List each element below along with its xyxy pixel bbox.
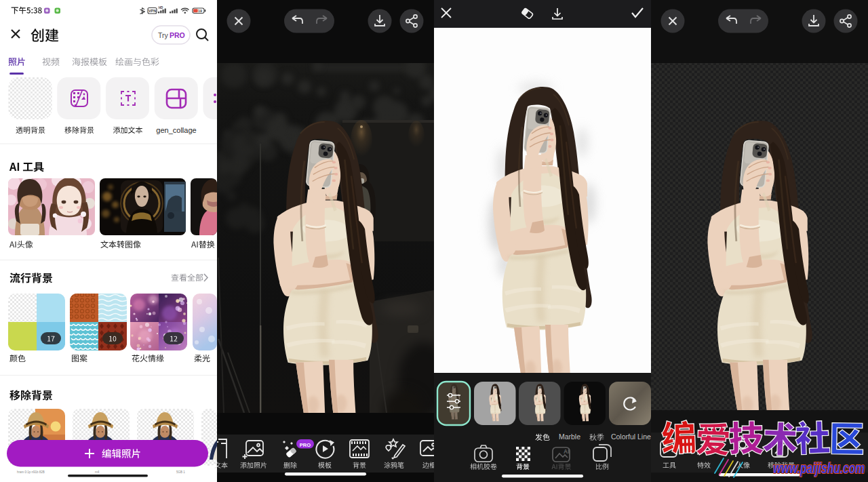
svg-text:gen_collage: gen_collage — [156, 126, 196, 134]
svg-text:VPN: VPN — [149, 9, 156, 13]
svg-text:HD: HD — [159, 6, 163, 9]
svg-text:19: 19 — [198, 9, 202, 13]
svg-text:www.paijishu.com: www.paijishu.com — [773, 460, 865, 477]
svg-text:hram 0:1p n91b 82B: hram 0:1p n91b 82B — [17, 470, 45, 474]
svg-text:5GB 1: 5GB 1 — [176, 470, 185, 474]
svg-text:m4: m4 — [95, 470, 100, 474]
svg-text:PRO: PRO — [300, 442, 311, 448]
svg-text:Try: Try — [158, 31, 169, 39]
svg-text:Colorful Lines: Colorful Lines — [611, 433, 654, 441]
svg-text:PRO: PRO — [170, 31, 185, 39]
svg-text:Marble: Marble — [559, 433, 580, 441]
svg-text:AI: AI — [564, 448, 570, 455]
